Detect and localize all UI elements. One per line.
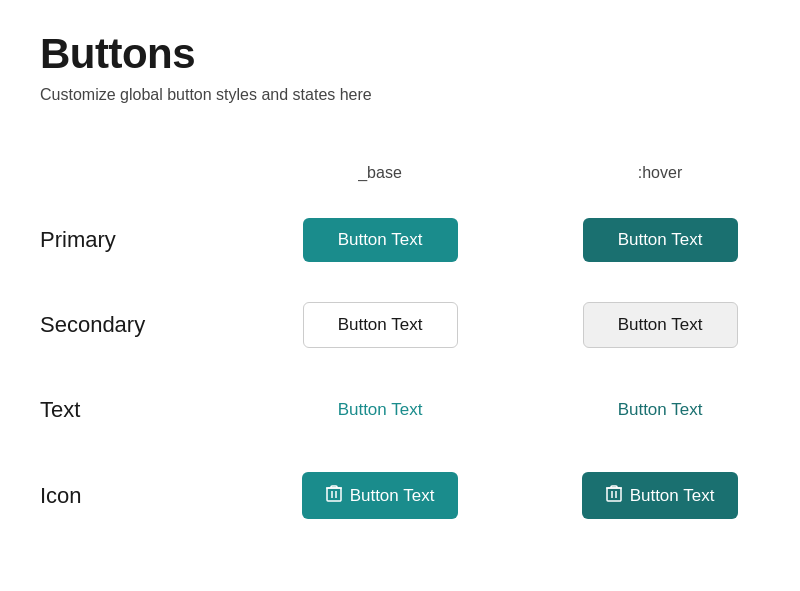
secondary-base-cell: Button Text	[240, 282, 520, 368]
icon-hover-button[interactable]: Button Text	[582, 472, 739, 519]
icon-base-button[interactable]: Button Text	[302, 472, 459, 519]
primary-base-button[interactable]: Button Text	[303, 218, 458, 262]
icon-base-button-label: Button Text	[350, 486, 435, 506]
text-hover-button[interactable]: Button Text	[618, 388, 703, 432]
text-base-cell: Button Text	[240, 368, 520, 452]
trash-icon	[326, 484, 342, 507]
row-label-secondary: Secondary	[40, 284, 240, 366]
svg-rect-4	[607, 488, 621, 501]
text-base-button[interactable]: Button Text	[338, 388, 423, 432]
secondary-hover-button[interactable]: Button Text	[583, 302, 738, 348]
column-header-base: _base	[240, 164, 520, 198]
primary-hover-button[interactable]: Button Text	[583, 218, 738, 262]
icon-base-cell: Button Text	[240, 452, 520, 539]
secondary-base-button[interactable]: Button Text	[303, 302, 458, 348]
row-label-text: Text	[40, 369, 240, 451]
text-hover-cell: Button Text	[520, 368, 800, 452]
button-grid: _base :hover Primary Button Text Button …	[40, 164, 760, 539]
row-label-primary: Primary	[40, 199, 240, 281]
column-header-hover: :hover	[520, 164, 800, 198]
primary-base-cell: Button Text	[240, 198, 520, 282]
trash-icon-hover	[606, 484, 622, 507]
primary-hover-cell: Button Text	[520, 198, 800, 282]
icon-hover-button-label: Button Text	[630, 486, 715, 506]
row-label-icon: Icon	[40, 455, 240, 537]
svg-rect-0	[327, 488, 341, 501]
icon-hover-cell: Button Text	[520, 452, 800, 539]
page-title: Buttons	[40, 30, 760, 78]
page-subtitle: Customize global button styles and state…	[40, 86, 760, 104]
secondary-hover-cell: Button Text	[520, 282, 800, 368]
